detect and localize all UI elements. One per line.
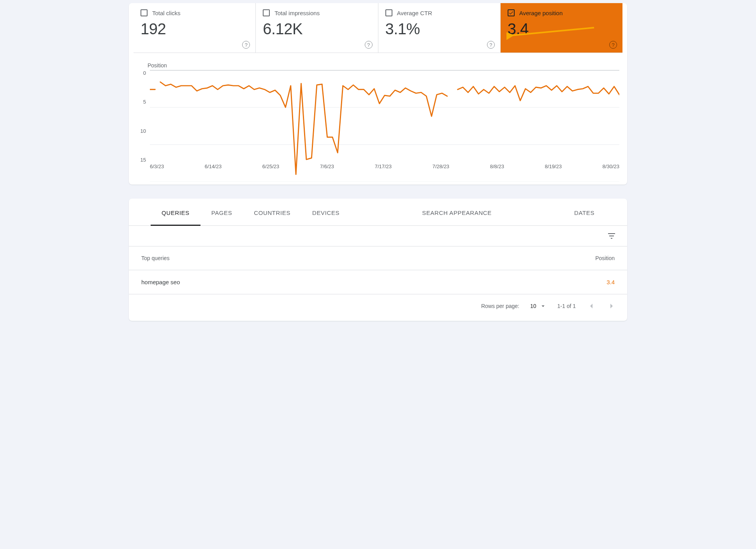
help-icon[interactable]: ? <box>365 41 373 49</box>
table-row[interactable]: homepage seo 3.4 <box>129 270 627 294</box>
metric-value: 192 <box>141 20 248 38</box>
y-tick: 10 <box>137 128 146 134</box>
prev-page-icon[interactable] <box>587 301 596 311</box>
checkbox-checked-icon[interactable] <box>508 9 515 16</box>
filter-row <box>129 226 627 246</box>
table-pager: Rows per page: 10 1-1 of 1 <box>129 294 627 321</box>
x-tick: 6/3/23 <box>150 164 164 171</box>
table-header-queries: Top queries <box>141 255 169 261</box>
y-tick: 15 <box>137 157 146 163</box>
metric-label: Total impressions <box>274 10 320 16</box>
help-icon[interactable]: ? <box>242 41 250 49</box>
x-tick: 6/14/23 <box>205 164 222 171</box>
query-cell: homepage seo <box>141 279 180 285</box>
dropdown-icon <box>540 303 547 310</box>
table-header: Top queries Position <box>129 246 627 270</box>
position-cell: 3.4 <box>607 279 615 285</box>
queries-card: QUERIES PAGES COUNTRIES DEVICES SEARCH A… <box>129 199 627 321</box>
metric-label: Total clicks <box>152 10 181 16</box>
x-tick: 8/8/23 <box>490 164 504 171</box>
tabs-row: QUERIES PAGES COUNTRIES DEVICES SEARCH A… <box>129 199 627 226</box>
metric-total-impressions[interactable]: Total impressions 6.12K ? <box>256 3 378 53</box>
tab-search-appearance[interactable]: SEARCH APPEARANCE <box>350 199 563 225</box>
filter-icon[interactable] <box>607 231 616 241</box>
metric-row: Total clicks 192 ? Total impressions 6.1… <box>134 3 622 53</box>
x-tick: 7/6/23 <box>320 164 334 171</box>
next-page-icon[interactable] <box>607 301 616 311</box>
metric-average-position[interactable]: Average position 3.4 ? <box>501 3 622 53</box>
metric-value: 3.1% <box>385 20 493 38</box>
checkbox-icon[interactable] <box>385 9 392 16</box>
rows-per-page-select[interactable]: 10 <box>530 303 547 310</box>
x-tick: 6/25/23 <box>262 164 279 171</box>
metric-label: Average position <box>519 10 563 16</box>
tab-countries[interactable]: COUNTRIES <box>243 199 301 225</box>
rows-per-page-label: Rows per page: <box>481 303 519 309</box>
y-tick: 5 <box>137 99 146 105</box>
tab-dates[interactable]: DATES <box>563 199 605 225</box>
x-tick: 8/30/23 <box>603 164 619 171</box>
y-tick: 0 <box>137 70 146 76</box>
x-tick: 7/28/23 <box>433 164 449 171</box>
checkbox-icon[interactable] <box>141 9 148 16</box>
performance-card: Total clicks 192 ? Total impressions 6.1… <box>129 3 627 185</box>
rows-per-page-value: 10 <box>530 303 536 309</box>
x-tick: 8/19/23 <box>545 164 562 171</box>
tab-pages[interactable]: PAGES <box>200 199 243 225</box>
checkbox-icon[interactable] <box>263 9 270 16</box>
metric-value: 6.12K <box>263 20 371 38</box>
metric-value: 3.4 <box>508 20 615 38</box>
table-header-position: Position <box>595 255 615 261</box>
chart-y-ticks: 0 5 10 15 <box>137 70 146 163</box>
metric-label: Average CTR <box>397 10 433 16</box>
metric-total-clicks[interactable]: Total clicks 192 ? <box>134 3 256 53</box>
x-tick: 7/17/23 <box>375 164 392 171</box>
help-icon[interactable]: ? <box>487 41 495 49</box>
help-icon[interactable]: ? <box>609 41 617 49</box>
tab-devices[interactable]: DEVICES <box>301 199 350 225</box>
chart-y-axis-title: Position <box>148 62 619 69</box>
chart-x-ticks: 6/3/23 6/14/23 6/25/23 7/6/23 7/17/23 7/… <box>150 164 619 171</box>
pager-range: 1-1 of 1 <box>557 303 576 309</box>
metric-average-ctr[interactable]: Average CTR 3.1% ? <box>378 3 501 53</box>
tab-queries[interactable]: QUERIES <box>151 199 200 226</box>
chart-area: Position 0 5 10 15 6/3/23 6/14/23 6/25/2… <box>129 53 627 176</box>
